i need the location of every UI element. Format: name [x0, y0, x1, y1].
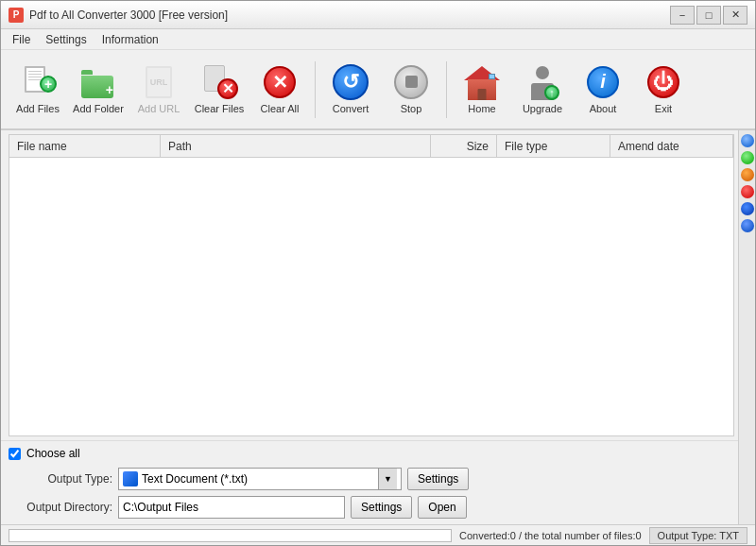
side-btn-6[interactable] [741, 219, 754, 232]
output-type-value: Text Document (*.txt) [142, 472, 248, 486]
side-btn-5[interactable] [741, 202, 754, 215]
toolbar-separator-1 [315, 61, 316, 118]
title-bar-left: P Pdf to All Converter 3000 [Free versio… [9, 8, 228, 23]
table-body [9, 158, 733, 435]
col-amend: Amend date [610, 135, 733, 157]
col-filename: File name [9, 135, 161, 157]
convert-label: Convert [333, 103, 369, 115]
output-type-select[interactable]: Text Document (*.txt) ▼ [118, 468, 402, 490]
title-controls: − □ ✕ [670, 6, 747, 25]
menu-file[interactable]: File [5, 31, 38, 48]
choose-all-label: Choose all [26, 447, 80, 460]
stop-icon [392, 63, 430, 101]
clear-all-button[interactable]: ✕ Clear All [250, 54, 309, 125]
output-dir-row: Output Directory: Settings Open [9, 496, 730, 519]
exit-label: Exit [655, 103, 672, 115]
clear-files-label: Clear Files [195, 103, 245, 115]
clear-files-icon: ✕ [200, 63, 238, 101]
upgrade-icon: ↑ [524, 63, 561, 101]
add-folder-button[interactable]: + Add Folder [69, 54, 128, 125]
settings-rows: Output Type: Text Document (*.txt) ▼ Set… [9, 468, 730, 519]
menu-information[interactable]: Information [94, 31, 166, 48]
stop-label: Stop [401, 103, 422, 115]
select-type-icon [123, 471, 138, 486]
add-url-button[interactable]: URL Add URL [129, 54, 188, 125]
col-size: Size [431, 135, 497, 157]
status-bar: Converted:0 / the total number of files:… [1, 524, 755, 545]
maximize-button[interactable]: □ [696, 6, 721, 25]
output-type-row: Output Type: Text Document (*.txt) ▼ Set… [9, 468, 730, 490]
output-dir-label: Output Directory: [9, 501, 112, 514]
choose-all-checkbox[interactable] [9, 448, 21, 460]
col-filetype: File type [497, 135, 610, 157]
add-files-button[interactable]: + Add Files [9, 54, 67, 125]
close-button[interactable]: ✕ [723, 6, 747, 25]
add-url-label: Add URL [138, 103, 180, 115]
clear-all-label: Clear All [261, 103, 300, 115]
choose-all-row: Choose all [9, 447, 730, 460]
toolbar-separator-2 [446, 61, 447, 118]
home-button[interactable]: Home [453, 54, 511, 125]
menu-settings[interactable]: Settings [38, 31, 94, 48]
side-btn-2[interactable] [741, 151, 754, 164]
about-icon: i [584, 63, 622, 101]
clear-files-button[interactable]: ✕ Clear Files [190, 54, 249, 125]
file-table: File name Path Size File type Amend date [9, 134, 734, 436]
status-right: Converted:0 / the total number of files:… [459, 527, 747, 544]
about-button[interactable]: i About [574, 54, 632, 125]
output-type-settings-button[interactable]: Settings [407, 468, 469, 490]
side-panel [738, 130, 755, 524]
exit-icon: ⏻ [644, 63, 682, 101]
output-dir-settings-button[interactable]: Settings [351, 496, 412, 519]
app-icon: P [9, 8, 24, 23]
side-btn-1[interactable] [741, 134, 754, 147]
toolbar: + Add Files + Add Folder URL [1, 50, 755, 130]
minimize-button[interactable]: − [670, 6, 695, 25]
select-inner: Text Document (*.txt) [123, 471, 378, 486]
content-area: File name Path Size File type Amend date… [1, 130, 755, 524]
main-area: File name Path Size File type Amend date… [1, 130, 738, 524]
home-label: Home [468, 103, 495, 115]
title-bar: P Pdf to All Converter 3000 [Free versio… [1, 1, 755, 29]
output-type-status: Output Type: TXT [649, 527, 747, 544]
home-icon [463, 63, 501, 101]
main-window: P Pdf to All Converter 3000 [Free versio… [0, 0, 756, 546]
col-path: Path [161, 135, 431, 157]
output-type-label: Output Type: [9, 472, 112, 486]
exit-button[interactable]: ⏻ Exit [634, 54, 693, 125]
converted-status: Converted:0 / the total number of files:… [459, 530, 642, 541]
upgrade-label: Upgrade [523, 103, 562, 115]
add-folder-icon: + [79, 63, 117, 101]
clear-all-icon: ✕ [261, 63, 299, 101]
add-folder-label: Add Folder [73, 103, 124, 115]
side-btn-3[interactable] [741, 168, 754, 181]
add-files-icon: + [19, 63, 57, 101]
output-dir-input[interactable] [118, 496, 345, 519]
select-arrow[interactable]: ▼ [378, 469, 397, 489]
stop-button[interactable]: Stop [382, 54, 440, 125]
bottom-area: Choose all Output Type: Text Document (*… [1, 440, 738, 524]
add-files-label: Add Files [16, 103, 60, 115]
progress-bar [9, 529, 452, 542]
about-label: About [590, 103, 617, 115]
side-btn-4[interactable] [741, 185, 754, 198]
menu-bar: File Settings Information [1, 29, 755, 50]
table-header: File name Path Size File type Amend date [9, 135, 733, 158]
window-title: Pdf to All Converter 3000 [Free version] [29, 9, 228, 22]
upgrade-button[interactable]: ↑ Upgrade [513, 54, 572, 125]
open-button[interactable]: Open [418, 496, 466, 519]
convert-icon: ↺ [332, 63, 369, 101]
add-url-icon: URL [140, 63, 178, 101]
convert-button[interactable]: ↺ Convert [321, 54, 380, 125]
